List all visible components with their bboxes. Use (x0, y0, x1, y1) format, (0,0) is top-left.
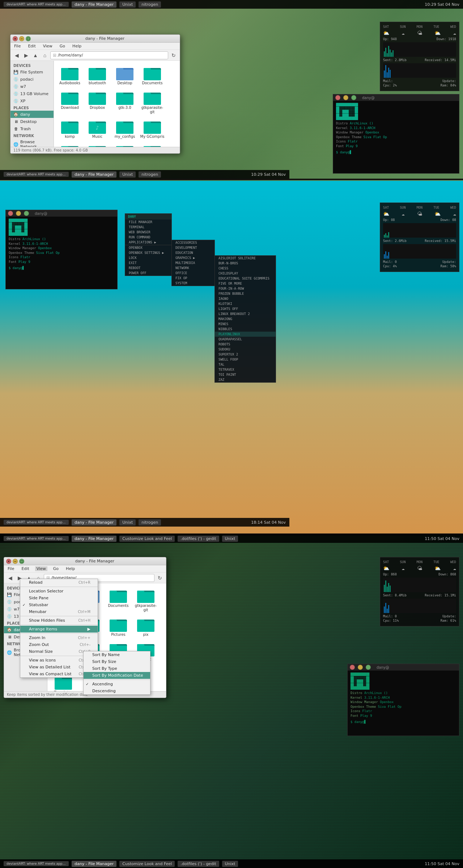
folder2-pictures[interactable]: Pictures (105, 615, 131, 638)
sub-klotski[interactable]: KLOTSKI (215, 301, 276, 306)
sidebar-w7[interactable]: 💿 w7 (10, 83, 54, 90)
window-titlebar2[interactable]: × − □ dany - File Manager (4, 557, 166, 565)
tb-fm-mid[interactable]: dany - File Manager (72, 171, 116, 178)
sub-aisleriot[interactable]: AISLERIOT SOLITAIRE (215, 256, 276, 261)
up-button[interactable]: ▲ (31, 51, 39, 59)
tb3-unixt[interactable]: Unixt (222, 536, 238, 542)
taskbar-chrome[interactable]: deviantART: where ART meets application … (4, 2, 69, 7)
tb-bottom-customize[interactable]: Customize Look and Feel (119, 861, 175, 867)
folder-gtkparasite[interactable]: gtkparasite-git (139, 88, 165, 116)
arr-date[interactable]: Sort By Modification Date (84, 672, 150, 679)
sub-burnbros[interactable]: BUR-N-BROS (215, 261, 276, 266)
folder-documents[interactable]: Documents (139, 64, 165, 87)
tb2-unixt[interactable]: Unixt (119, 519, 136, 526)
sub-playonlinux[interactable]: PLAYONLINUX (215, 332, 276, 337)
folder2-documents[interactable]: Documents (105, 586, 131, 614)
folder-dropbox[interactable]: Dropbox (84, 88, 110, 116)
taskbar-bottom[interactable]: deviantART: where ART meets application … (0, 859, 463, 868)
sub-fourinrow[interactable]: FOUR-IN-A-ROW (215, 286, 276, 291)
dd-hidden[interactable]: Show Hidden Files Ctrl+H (20, 617, 98, 624)
taskbar-mid1[interactable]: deviantART: where ART meets application … (0, 170, 289, 179)
ob-item-runcommand[interactable]: RUN COMMAND (125, 235, 171, 240)
folder-desktop[interactable]: Desktop (112, 64, 138, 87)
dd-arrange[interactable]: Arrange Items ▶ (20, 626, 98, 633)
menu2-go[interactable]: Go (52, 566, 60, 571)
sidebar-filesystem[interactable]: 💾 File System (10, 68, 54, 76)
sub-frozenbubble[interactable]: FROZEN BUBBLE (215, 291, 276, 296)
home-button[interactable]: ⌂ (41, 51, 49, 59)
ob-sub-fix[interactable]: FIX OP (172, 276, 214, 281)
max-btn2[interactable]: □ (19, 559, 24, 564)
tb2-chrome[interactable]: deviantART: where ART meets application … (4, 520, 69, 525)
folder-audiobooks[interactable]: Audiobooks (57, 64, 83, 87)
tb-bottom-chrome[interactable]: deviantART: where ART meets application … (4, 861, 69, 866)
ob-item-applications[interactable]: APPLICATIONS ▶ ACCESSORIES DEVELOPMENT E… (125, 240, 171, 245)
tb-chrome-mid[interactable]: deviantART: where ART meets application … (4, 172, 69, 177)
ob-item-webbrowser[interactable]: WEB BROWSER (125, 230, 171, 235)
menu-file[interactable]: File (13, 44, 22, 48)
term3-max[interactable] (366, 665, 371, 670)
menubar2[interactable]: File Edit View Go Help (4, 565, 166, 573)
sub-mahjong[interactable]: MAHJONG (215, 316, 276, 322)
folder-myconfigs[interactable]: my_configs (112, 117, 138, 140)
sidebar-xp[interactable]: 💿 XP (10, 97, 54, 105)
folder2-pix[interactable]: pix (133, 615, 159, 638)
close-btn2[interactable]: × (6, 559, 11, 564)
taskbar-s2-bottom[interactable]: deviantART: where ART meets application … (0, 518, 289, 527)
taskbar-top[interactable]: deviantART: where ART meets application … (0, 0, 463, 9)
menu2-file[interactable]: File (6, 566, 16, 571)
dd-location[interactable]: Location Selector (20, 588, 98, 595)
sub-iagno[interactable]: IAGNO (215, 296, 276, 301)
term-max[interactable] (351, 95, 356, 100)
sub-robots[interactable]: ROBOTS (215, 342, 276, 347)
sidebar-13gb[interactable]: 💿 13 GB Volume (10, 90, 54, 97)
folder-music[interactable]: ♪ Music (84, 117, 110, 140)
dd-zoomin[interactable]: Zoom In Ctrl++ (20, 634, 98, 641)
term2-max[interactable] (24, 211, 29, 216)
sidebar-podaci[interactable]: 💿 podaci (10, 76, 54, 83)
dd-zoomout[interactable]: Zoom Out Ctrl+- (20, 641, 98, 648)
term-min[interactable] (343, 95, 348, 100)
menu-edit[interactable]: Edit (26, 44, 37, 48)
folder-komp[interactable]: komp (57, 117, 83, 140)
tb3-chrome[interactable]: deviantART: where ART meets application … (4, 536, 69, 541)
menu-view[interactable]: View (42, 44, 54, 48)
arr-type[interactable]: Sort By Type (84, 665, 150, 672)
ob-item-poweroff[interactable]: POWER OFF (125, 271, 171, 276)
menu2-help[interactable]: Help (64, 566, 76, 571)
refresh-button[interactable]: ↻ (170, 51, 178, 59)
ob-sub-development[interactable]: DEVELOPMENT (172, 245, 214, 250)
sub-quadrapassel[interactable]: QUADRAPASSEL (215, 337, 276, 342)
ob-item-filemanager[interactable]: FILE MANAGER (125, 220, 171, 225)
taskbar-unixt[interactable]: Unixt (119, 1, 136, 8)
ob-item-lock[interactable]: LOCK (125, 255, 171, 260)
menu2-edit[interactable]: Edit (20, 566, 30, 571)
ob-sub-system[interactable]: SYSTEM (172, 281, 214, 286)
ob-sub-multimedia[interactable]: MULTIMEDIA (172, 260, 214, 265)
folder-download[interactable]: Download (57, 88, 83, 116)
term2-close[interactable] (8, 211, 13, 216)
dd-sidepane[interactable]: Side Pane (20, 595, 98, 601)
sub-lightsoff[interactable]: LIGHTS OFF (215, 306, 276, 311)
ob-item-terminal[interactable]: TERMINAL (125, 225, 171, 230)
dd-menubar[interactable]: Menubar Ctrl+M (20, 608, 98, 615)
sub-zaz[interactable]: ZAZ (215, 377, 276, 382)
menubar[interactable]: File Edit View Go Help (10, 43, 180, 50)
tb3-dotfiles[interactable]: .dotfiles (') - gedit (178, 536, 219, 542)
sub-mines[interactable]: MINES (215, 322, 276, 327)
tb-nitro-mid[interactable]: nitrogen (139, 171, 161, 178)
tb-unixt-mid[interactable]: Unixt (119, 171, 136, 178)
tb2-fm[interactable]: dany - File Manager (72, 519, 116, 526)
taskbar-s3-top[interactable]: deviantART: where ART meets application … (0, 534, 463, 543)
location-bar[interactable]: ⊞ /home/dany/ (50, 51, 168, 59)
sub-fivemore[interactable]: FIVE OR MORE (215, 281, 276, 286)
sub-tetravex[interactable]: TETRAVEX (215, 367, 276, 372)
min-btn2[interactable]: − (13, 559, 18, 564)
ob-sub-network[interactable]: NETWORK (172, 265, 214, 271)
menu-go[interactable]: Go (58, 44, 67, 48)
sub-toipaint[interactable]: TOI PAINT (215, 372, 276, 377)
folder2-gtkparasite[interactable]: gtkparasite-git (133, 586, 159, 614)
ob-item-reboot[interactable]: REBOOT (125, 265, 171, 271)
ob-item-openbox[interactable]: OPENBOX (125, 245, 171, 250)
ob-item-exit[interactable]: EXIT (125, 260, 171, 265)
